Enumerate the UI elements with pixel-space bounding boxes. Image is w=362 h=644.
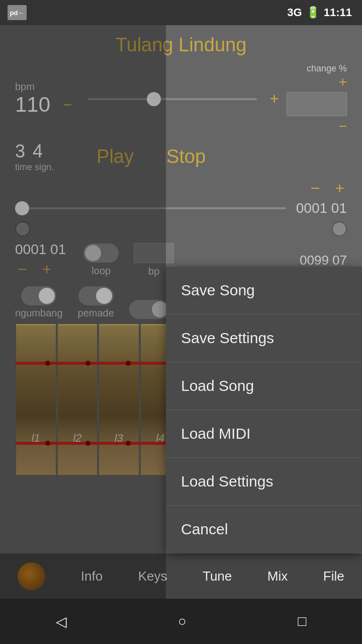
led-right (332, 221, 347, 236)
load-midi-item[interactable]: Load MIDI (166, 410, 362, 458)
change-pct-label: change % (307, 63, 347, 74)
pos-plus-button[interactable]: + (332, 179, 347, 198)
nav-mix[interactable]: Mix (267, 569, 288, 584)
pos-minus-button[interactable]: − (308, 179, 323, 198)
save-settings-item[interactable]: Save Settings (166, 314, 362, 362)
load-song-item[interactable]: Load Song (166, 362, 362, 410)
dropdown-menu: Save Song Save Settings Load Song Load M… (166, 267, 362, 553)
nav-file[interactable]: File (323, 569, 344, 584)
signal-indicator: 3G (287, 6, 302, 19)
change-pct-minus[interactable]: − (339, 118, 347, 134)
status-bar: pd← 3G 🔋 11:11 (0, 0, 362, 25)
stop-button[interactable]: Stop (166, 146, 206, 168)
back-button[interactable]: ◁ (56, 613, 67, 630)
system-nav: ◁ ○ □ (0, 599, 362, 644)
change-pct-input[interactable] (287, 92, 347, 116)
load-settings-item[interactable]: Load Settings (166, 458, 362, 506)
pd-logo: pd← (8, 5, 27, 20)
cancel-item[interactable]: Cancel (166, 506, 362, 553)
home-button[interactable]: ○ (178, 613, 187, 629)
save-song-item[interactable]: Save Song (166, 267, 362, 314)
recents-button[interactable]: □ (298, 613, 306, 629)
end-position-display: 0099 07 (300, 253, 347, 268)
dim-overlay (0, 25, 166, 599)
clock: 11:11 (324, 6, 352, 19)
bpm-plus-button[interactable]: + (267, 90, 282, 108)
main-content: Tulang Lindung bpm 110 − + change % + − … (0, 25, 362, 599)
status-bar-right: 3G 🔋 11:11 (287, 6, 352, 19)
change-pct-plus[interactable]: + (339, 74, 347, 90)
nav-tune[interactable]: Tune (203, 569, 232, 584)
app-icon: pd← (8, 5, 27, 20)
change-pct-container: change % + − (287, 63, 347, 134)
battery-icon: 🔋 (306, 6, 320, 19)
position-display: 0001 01 (296, 200, 347, 216)
